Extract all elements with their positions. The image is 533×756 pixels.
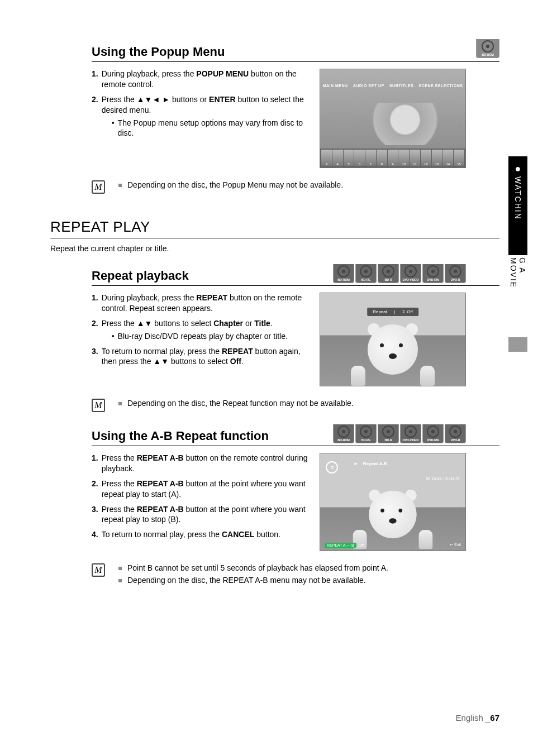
note-row: M Depending on the disc, the Repeat func… [92, 399, 499, 412]
preview-image-icon [351, 324, 435, 386]
disc-label: BD-R [385, 438, 392, 442]
step-number: 1. [92, 293, 98, 314]
side-bullet: ● [515, 163, 521, 175]
ab-repeat-content: 1. Press the REPEAT A-B button on the re… [92, 453, 499, 551]
osd-repeat-bar: Repeat | ⇳ Off [367, 308, 418, 316]
step-number: 4. [92, 529, 98, 540]
sub-bullet-text: The Popup menu setup options may vary fr… [118, 118, 308, 139]
bullet-icon [118, 402, 122, 405]
step-number: 2. [92, 479, 98, 500]
note-text: Depending on the disc, the REPEAT A-B me… [127, 576, 366, 585]
note-row: M Depending on the disc, the Popup Menu … [92, 180, 499, 194]
arrow-keys-icon: ▲▼◄ ► [137, 95, 170, 104]
disc-label: DVD-VIDEO [403, 438, 419, 442]
disc-icon: BD-ROM [476, 39, 499, 58]
osd-menu-item: MAIN MENU [323, 84, 348, 88]
osd-ab-badge: REPEAT A ↔ B [325, 543, 356, 548]
bullet-icon [118, 184, 122, 187]
step-text: Press the ▲▼ buttons to select Chapter o… [102, 318, 308, 342]
thumbnail-strip: 3 4 5 6 7 8 9 10 11 12 13 14 15 [320, 149, 465, 168]
side-tab: ● WATCHIN G A MOVIE [503, 156, 533, 352]
step-text: To return to normal play, press the CANC… [102, 529, 308, 540]
note-icon: M [92, 180, 105, 194]
note-text: Depending on the disc, the Popup Menu ma… [127, 180, 343, 189]
step-text: Press the REPEAT A-B button at the point… [102, 504, 308, 525]
disc-label: BD-ROM [482, 53, 493, 56]
disc-label: BD-RE [361, 438, 370, 442]
arrow-keys-icon: ▲▼ [153, 357, 169, 366]
osd-label: Repeat [373, 309, 387, 314]
popup-menu-content: 1. During playback, press the POPUP MENU… [92, 69, 499, 168]
bullet-icon [118, 579, 122, 582]
osd-menu-item: SUBTITLES [389, 84, 413, 88]
page-footer: English _67 [456, 713, 499, 722]
step-number: 1. [92, 453, 98, 474]
osd-menu-item: SCENE SELECTIONS [419, 84, 463, 88]
section-header-repeat-playback: Repeat playback BD-ROM BD-RE BD-R DVD-VI… [92, 269, 499, 286]
sub-bullet-text: Blu-ray Disc/DVD repeats play by chapter… [118, 331, 288, 342]
section-header-ab-repeat: Using the A-B Repeat function BD-ROM BD-… [92, 429, 499, 446]
step-text: During playback, press the REPEAT button… [102, 293, 308, 314]
step-number: 2. [92, 94, 98, 139]
disc-label: BD-R [385, 278, 392, 281]
osd-value: ⇳ Off [402, 309, 413, 314]
note-row: M Point B cannot be set until 5 seconds … [92, 563, 499, 588]
disc-label: BD-ROM [337, 438, 349, 442]
disc-label: DVD-R [451, 438, 460, 442]
heading-ab-repeat: Using the A-B Repeat function [92, 429, 269, 443]
disc-label: DVD-R [451, 278, 460, 281]
osd-exit: Exit [454, 543, 461, 547]
step-number: 2. [92, 318, 98, 342]
osd-label: Repeat A-B [363, 461, 387, 466]
side-chapter-text-cont: G A MOVIE [509, 257, 527, 304]
disc-indicator-strip: BD-ROM BD-RE BD-R DVD-VIDEO DVD-RW DVD-R [333, 264, 466, 283]
disc-label: BD-RE [361, 278, 370, 281]
osd-menu-item: AUDIO SET UP [353, 84, 384, 88]
page-number: 67 [490, 713, 499, 722]
preview-image-icon [353, 491, 433, 549]
osd-timecode: 00:18:41 / 01:34:37 [426, 477, 460, 481]
note-text: Point B cannot be set until 5 seconds of… [127, 563, 388, 572]
step-number: 1. [92, 69, 98, 90]
disc-label: DVD-RW [427, 438, 439, 442]
heading-repeat-playback: Repeat playback [92, 269, 189, 283]
osd-bottom-bar: REPEAT A ↔ B Off ↩ Exit [325, 543, 461, 547]
screenshot-popup-menu: MAIN MENU AUDIO SET UP SUBTITLES SCENE S… [320, 69, 466, 168]
screenshot-repeat: Repeat | ⇳ Off [320, 293, 466, 386]
step-text: To return to normal play, press the REPE… [102, 346, 308, 367]
play-icon: ► [354, 461, 358, 466]
heading-repeat-play: REPEAT PLAY [50, 218, 499, 238]
osd-value: Off [359, 543, 364, 547]
side-chapter-text: WATCHIN [513, 176, 522, 220]
note-text: Depending on the disc, the Repeat functi… [127, 399, 354, 408]
intro-text: Repeat the current chapter or title. [50, 244, 499, 253]
step-number: 3. [92, 346, 98, 367]
heading-popup-menu: Using the Popup Menu [92, 45, 499, 62]
bullet-icon [118, 567, 122, 570]
footer-language: English [456, 713, 486, 722]
disc-indicator-top: BD-ROM [476, 39, 499, 58]
screenshot-ab-repeat: ⚙ ► Repeat A-B 00:18:41 / 01:34:37 REPEA… [320, 453, 466, 551]
manual-page: ● WATCHIN G A MOVIE BD-ROM Using the Pop… [0, 0, 533, 756]
arrow-keys-icon: ▲▼ [137, 319, 153, 328]
note-icon: M [92, 399, 105, 412]
step-text: Press the ▲▼◄ ► buttons or ENTER button … [102, 94, 308, 139]
step-text: Press the REPEAT A-B button at the point… [102, 479, 308, 500]
step-number: 3. [92, 504, 98, 525]
side-tab-black: ● WATCHIN [508, 156, 527, 255]
preview-image-icon [331, 103, 454, 145]
disc-spin-icon: ⚙ [326, 461, 338, 473]
disc-label: BD-ROM [337, 278, 349, 281]
note-icon: M [92, 563, 105, 577]
repeat-playback-content: 1. During playback, press the REPEAT but… [92, 293, 499, 386]
step-text: Press the REPEAT A-B button on the remot… [102, 453, 308, 474]
disc-indicator-strip: BD-ROM BD-RE BD-R DVD-VIDEO DVD-RW DVD-R [333, 424, 466, 443]
disc-label: DVD-RW [427, 278, 439, 281]
disc-label: DVD-VIDEO [403, 278, 419, 281]
step-text: During playback, press the POPUP MENU bu… [102, 69, 308, 90]
side-tab-gray [508, 337, 527, 352]
